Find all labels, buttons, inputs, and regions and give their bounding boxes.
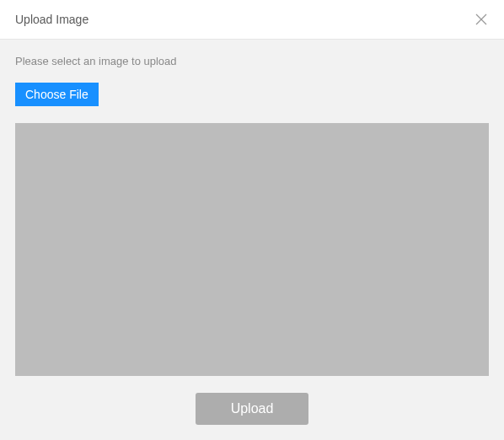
close-button[interactable] <box>474 12 489 27</box>
modal-title: Upload Image <box>15 13 88 26</box>
modal-body: Please select an image to upload Choose … <box>0 40 504 440</box>
choose-file-button[interactable]: Choose File <box>15 83 99 106</box>
close-icon <box>475 13 487 25</box>
image-preview-area <box>15 123 489 376</box>
upload-image-modal: Upload Image Please select an image to u… <box>0 0 504 440</box>
instruction-text: Please select an image to upload <box>15 55 489 67</box>
upload-button[interactable]: Upload <box>196 393 309 425</box>
modal-header: Upload Image <box>0 0 504 40</box>
